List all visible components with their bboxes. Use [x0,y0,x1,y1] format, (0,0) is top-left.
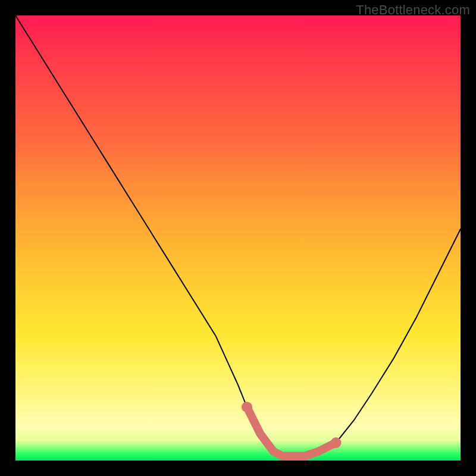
chart-frame: TheBottleneck.com [0,0,476,476]
chart-plot-area [15,15,461,461]
bottleneck-curve [15,15,461,456]
bottleneck-dot-end [331,437,342,448]
bottleneck-dot-start [242,402,252,412]
bottleneck-highlight [247,407,336,456]
chart-svg [15,15,461,461]
watermark-text: TheBottleneck.com [356,2,470,18]
